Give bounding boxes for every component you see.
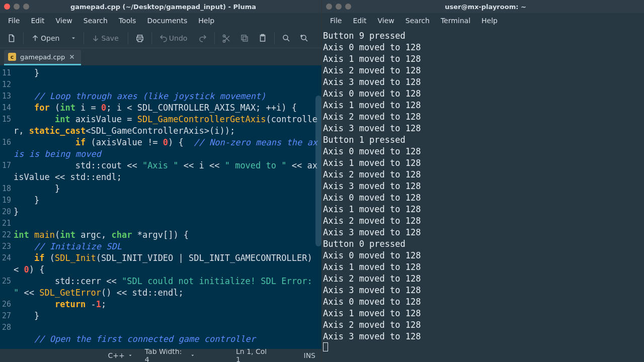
status-cursor-position: Ln 1, Col 1	[230, 347, 278, 362]
new-file-button[interactable]	[3, 31, 20, 46]
menu-help[interactable]: Help	[193, 15, 219, 27]
find-replace-button[interactable]	[296, 31, 313, 46]
svg-rect-3	[242, 35, 246, 40]
terminal-titlebar: user@mx-playroom: ~	[322, 0, 644, 13]
terminal-cursor	[323, 342, 328, 351]
line-number-gutter: 111213141516171819202122232425262728	[0, 65, 13, 349]
terminal-output[interactable]: Button 9 pressed Axis 0 moved to 128 Axi…	[322, 28, 644, 362]
open-label: Open	[41, 34, 59, 42]
menu-help[interactable]: Help	[476, 15, 503, 27]
window-close-button[interactable]	[4, 4, 10, 10]
window-minimize-button[interactable]	[336, 4, 342, 10]
menu-search[interactable]: Search	[78, 15, 113, 27]
menu-view[interactable]: View	[373, 15, 399, 27]
save-button[interactable]: Save	[87, 31, 124, 46]
menu-file[interactable]: File	[3, 15, 25, 27]
status-language[interactable]: C++	[102, 351, 139, 359]
save-label: Save	[101, 34, 118, 42]
menu-edit[interactable]: Edit	[348, 15, 371, 27]
menu-terminal[interactable]: Terminal	[436, 15, 475, 27]
window-minimize-button[interactable]	[14, 4, 20, 10]
undo-button[interactable]: Undo	[155, 31, 194, 46]
editor-menubar: FileEditViewSearchToolsDocumentsHelp	[0, 13, 321, 28]
menu-view[interactable]: View	[51, 15, 77, 27]
cpp-file-icon: c	[8, 53, 16, 61]
editor-window: gamepad.cpp (~/Desktop/gamepad_input) - …	[0, 0, 322, 362]
editor-title: gamepad.cpp (~/Desktop/gamepad_input) - …	[34, 3, 292, 11]
editor-tabstrip: c gamepad.cpp	[0, 48, 321, 65]
editor-statusbar: C++ Tab Width: 4 Ln 1, Col 1 INS	[0, 349, 321, 362]
editor-scrollbar[interactable]	[315, 96, 321, 246]
tab-close-icon[interactable]	[69, 54, 75, 60]
tab-label: gamepad.cpp	[20, 53, 65, 61]
paste-button[interactable]	[254, 31, 271, 46]
tab-gamepad-cpp[interactable]: c gamepad.cpp	[4, 50, 81, 65]
menu-search[interactable]: Search	[400, 15, 435, 27]
cut-button[interactable]	[218, 31, 235, 46]
copy-button[interactable]	[236, 31, 253, 46]
menu-file[interactable]: File	[325, 15, 347, 27]
open-button[interactable]: Open	[27, 31, 65, 46]
status-tabwidth[interactable]: Tab Width: 4	[139, 347, 201, 362]
svg-point-6	[283, 35, 288, 40]
window-close-button[interactable]	[326, 4, 332, 10]
menu-edit[interactable]: Edit	[26, 15, 49, 27]
redo-button[interactable]	[194, 31, 211, 46]
open-dropdown[interactable]	[66, 32, 80, 44]
print-button[interactable]	[131, 31, 148, 46]
menu-tools[interactable]: Tools	[114, 15, 141, 27]
terminal-window: user@mx-playroom: ~ FileEditViewSearchTe…	[322, 0, 644, 362]
code-area[interactable]: } // Loop through axes (like joystick mo…	[13, 65, 321, 349]
window-maximize-button[interactable]	[345, 4, 351, 10]
status-insert-mode[interactable]: INS	[298, 351, 322, 359]
menu-documents[interactable]: Documents	[142, 15, 192, 27]
window-maximize-button[interactable]	[23, 4, 29, 10]
undo-label: Undo	[169, 34, 188, 42]
terminal-menubar: FileEditViewSearchTerminalHelp	[322, 13, 644, 28]
editor-titlebar: gamepad.cpp (~/Desktop/gamepad_input) - …	[0, 0, 321, 13]
terminal-title: user@mx-playroom: ~	[356, 3, 615, 11]
svg-rect-2	[243, 37, 248, 41]
editor-toolbar: Open Save Undo	[0, 28, 321, 48]
find-button[interactable]	[278, 31, 295, 46]
code-editor[interactable]: 111213141516171819202122232425262728 } /…	[0, 65, 321, 349]
